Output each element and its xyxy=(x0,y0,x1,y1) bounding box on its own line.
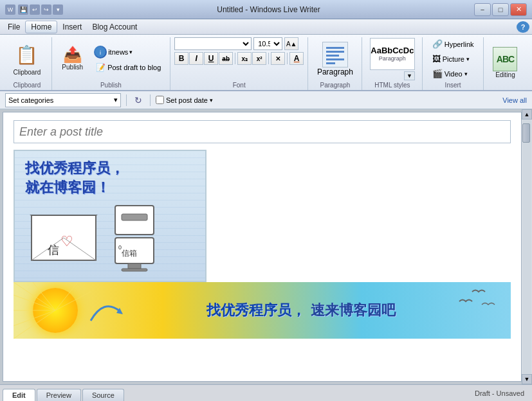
redo-icon[interactable]: ↪ xyxy=(41,4,51,15)
video-icon: 🎬 xyxy=(432,69,443,78)
maximize-button[interactable]: □ xyxy=(492,3,509,16)
scroll-thumb[interactable] xyxy=(522,123,530,143)
clipboard-icon: 📋 xyxy=(17,42,37,67)
subscript-button[interactable]: x₂ xyxy=(237,52,252,65)
style-dropdown-button[interactable]: ▼ xyxy=(404,71,415,80)
itnews-label: itnews xyxy=(108,48,128,56)
scroll-down-button[interactable]: ▼ xyxy=(522,374,532,384)
category-dropdown-icon: ▾ xyxy=(114,96,118,104)
ribbon-group-html-styles: AaBbCcDc Paragraph ▼ HTML styles xyxy=(365,37,423,90)
publish-icon: 📤 xyxy=(63,47,82,62)
menu-item-blog-account[interactable]: Blog Account xyxy=(87,21,142,33)
style-preview[interactable]: AaBbCcDc Paragraph xyxy=(370,38,415,70)
banner-bottom-text: 找优秀程序员， 速来博客园吧 xyxy=(97,301,504,320)
svg-rect-6 xyxy=(326,62,335,64)
svg-rect-4 xyxy=(326,55,339,57)
publish-col: i itnews ▾ 📝 Post draft to blog xyxy=(91,44,165,74)
underline-button[interactable]: U xyxy=(204,52,218,65)
postbar-divider1 xyxy=(126,94,127,106)
ribbon-group-publish: 📤 Publish i itnews ▾ 📝 Post draft to blo… xyxy=(55,37,170,90)
paragraph-button[interactable]: Paragraph xyxy=(313,40,357,78)
insert-content: 🔗 Hyperlink 🖼 Picture ▾ 🎬 Video ▾ xyxy=(428,37,479,80)
ribbon-group-editing: ABC Editing xyxy=(486,37,527,90)
scroll-track[interactable] xyxy=(522,120,531,373)
superscript-button[interactable]: x² xyxy=(252,52,266,65)
tab-edit[interactable]: Edit xyxy=(3,389,35,401)
post-title-input[interactable] xyxy=(14,120,511,143)
video-label: Video xyxy=(445,70,463,78)
font-sep3 xyxy=(287,53,288,64)
font-sep2 xyxy=(268,53,269,64)
ribbon-group-paragraph: Paragraph Paragraph xyxy=(311,37,362,90)
video-button[interactable]: 🎬 Video ▾ xyxy=(428,67,479,80)
menu-item-file[interactable]: File xyxy=(3,21,25,33)
undo-icon[interactable]: ↩ xyxy=(30,4,40,15)
more-icon[interactable]: ▾ xyxy=(53,4,63,15)
video-dropdown[interactable]: ▾ xyxy=(464,71,468,77)
itnews-button[interactable]: i itnews ▾ xyxy=(91,44,165,60)
set-post-date-check[interactable]: Set post date ▾ xyxy=(156,96,213,104)
category-select[interactable]: Set categories ▾ xyxy=(5,93,121,107)
paragraph-group-label: Paragraph xyxy=(320,82,351,90)
svg-rect-3 xyxy=(326,51,344,53)
close-button[interactable]: ✕ xyxy=(510,3,527,16)
insert-group-label: Insert xyxy=(445,82,461,90)
category-placeholder: Set categories xyxy=(8,96,53,104)
title-bar: W 💾 ↩ ↪ ▾ Untitled - Windows Live Writer… xyxy=(0,0,532,19)
bottom-tabs: Edit Preview Source Draft - Unsaved xyxy=(0,384,532,401)
italic-button[interactable]: I xyxy=(189,52,203,65)
menu-item-insert[interactable]: Insert xyxy=(57,21,87,33)
menu-bar: File Home Insert Blog Account ? xyxy=(0,19,532,35)
font-color-button[interactable]: A xyxy=(289,52,304,65)
svg-line-26 xyxy=(55,282,78,310)
menu-item-home[interactable]: Home xyxy=(25,21,57,33)
ribbon: 📋 Clipboard Clipboard 📤 Publish i xyxy=(0,35,532,91)
editing-content: ABC Editing xyxy=(488,37,522,87)
refresh-button[interactable]: ↻ xyxy=(132,94,145,107)
mailbox-svg: 0 信箱 xyxy=(109,202,160,273)
hyperlink-label: Hyperlink xyxy=(445,40,474,48)
sun-rays-svg xyxy=(14,282,91,339)
paragraph-label: Paragraph xyxy=(317,67,353,76)
post-date-dropdown[interactable]: ▾ xyxy=(210,97,213,103)
tab-preview[interactable]: Preview xyxy=(37,389,81,401)
titlebar-left: W 💾 ↩ ↪ ▾ xyxy=(5,4,63,15)
picture-dropdown[interactable]: ▾ xyxy=(466,56,470,62)
strikethrough-button[interactable]: ab xyxy=(219,52,233,65)
paragraph-content: Paragraph xyxy=(313,37,357,80)
picture-icon: 🖼 xyxy=(432,54,441,64)
illustrations: ♡ 信 0 xyxy=(25,202,195,273)
editing-button[interactable]: ABC Editing xyxy=(488,44,522,82)
itnews-icon: i xyxy=(94,46,107,58)
clipboard-content: 📋 Clipboard xyxy=(7,37,46,80)
content-area: 找优秀程序员， 就在博客园！ xyxy=(0,109,532,384)
banner-text-area: 找优秀程序员， 就在博客园！ xyxy=(25,159,195,197)
remove-format-button[interactable]: ✕ xyxy=(271,52,285,65)
save-icon[interactable]: 💾 xyxy=(18,4,28,15)
ribbon-group-clipboard: 📋 Clipboard Clipboard xyxy=(5,37,52,90)
hyperlink-button[interactable]: 🔗 Hyperlink xyxy=(428,37,479,51)
view-all-link[interactable]: View all xyxy=(502,96,527,104)
svg-rect-2 xyxy=(326,47,344,49)
publish-button[interactable]: 📤 Publish xyxy=(56,44,89,74)
app-icon: W xyxy=(5,4,15,15)
font-sep1 xyxy=(235,53,235,64)
post-date-checkbox[interactable] xyxy=(156,96,164,104)
bold-button[interactable]: B xyxy=(174,52,188,65)
picture-button[interactable]: 🖼 Picture ▾ xyxy=(428,52,479,66)
clipboard-button[interactable]: 📋 Clipboard xyxy=(7,39,46,79)
tab-source[interactable]: Source xyxy=(82,389,124,401)
editor-container[interactable]: 找优秀程序员， 就在博客园！ xyxy=(3,112,522,382)
font-size-select[interactable]: 10.5 xyxy=(253,37,282,50)
font-grow-button[interactable]: A▲ xyxy=(284,37,298,50)
post-draft-button[interactable]: 📝 Post draft to blog xyxy=(91,61,165,74)
swoosh-svg xyxy=(84,295,123,327)
html-styles-content: AaBbCcDc Paragraph ▼ xyxy=(370,37,415,80)
minimize-button[interactable]: − xyxy=(474,3,491,16)
itnews-dropdown[interactable]: ▾ xyxy=(129,49,133,55)
help-button[interactable]: ? xyxy=(517,21,529,33)
font-family-select[interactable] xyxy=(174,37,252,50)
banner-text1: 找优秀程序员， xyxy=(206,301,306,320)
scroll-up-button[interactable]: ▲ xyxy=(522,109,532,120)
svg-text:信: 信 xyxy=(48,244,59,256)
